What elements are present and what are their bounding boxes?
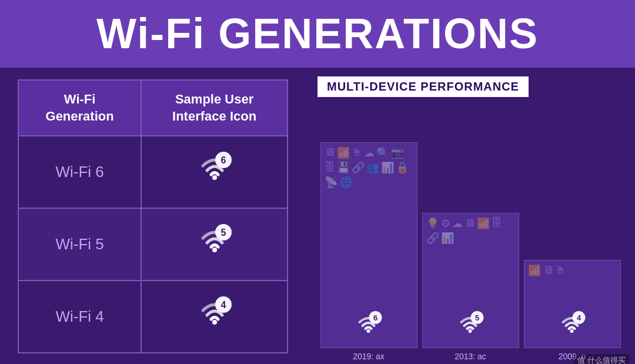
performance-chart: 🖥 📶 🖱 ☁ 🔍 📷 🗄 💾 🔗 👥 📊 🔒 📡 🌐 (317, 103, 623, 361)
icon-group: 👥 (366, 161, 379, 174)
watermark: 值 什么值得买 (574, 354, 629, 364)
wifi4-icon: 4 (194, 294, 235, 335)
svg-point-12 (469, 329, 472, 333)
bar-wifi5-svg: 5 (454, 309, 487, 342)
generation-label-4: Wi-Fi 4 (18, 280, 141, 353)
icon-globe: 🌐 (339, 176, 352, 189)
bar-wifi-badge-5: 5 (454, 309, 487, 344)
col-header-icon: Sample UserInterface Icon (141, 80, 288, 136)
wifi5-icon: 5 (194, 222, 235, 263)
icon-lightbulb: 💡 (426, 217, 439, 230)
wifi-icon-cell-4: 4 (141, 280, 288, 353)
right-panel: MULTI-DEVICE PERFORMANCE 🖥 📶 🖱 ☁ 🔍 📷 🗄 💾 (306, 68, 635, 364)
bar-wifi-badge-4: 4 (556, 309, 589, 344)
icon-signal2: 📶 (528, 264, 541, 277)
wifi6-icon: 6 (194, 149, 235, 191)
icon-database2: 🗄 (492, 217, 502, 230)
icon-server: 🗄 (325, 161, 335, 174)
svg-text:4: 4 (577, 313, 581, 322)
icon-chart2: 📊 (441, 232, 454, 245)
right-panel-title: MULTI-DEVICE PERFORMANCE (317, 76, 529, 97)
icon-wifi-signal: 📶 (337, 146, 350, 159)
icon-cursor: 🖱 (352, 146, 362, 159)
icon-gear: ⚙ (441, 217, 450, 230)
page-title: Wi-Fi GENERATIONS (18, 11, 617, 57)
svg-text:4: 4 (220, 300, 226, 310)
main-content: Wi-FiGeneration Sample UserInterface Ico… (0, 68, 635, 364)
icon-database: 💾 (337, 161, 350, 174)
wifi-icon-cell-5: 5 (141, 208, 288, 280)
table-row: Wi-Fi 6 (18, 136, 288, 208)
wifi-icon-cell-6: 6 (141, 136, 288, 208)
bar-4: 📶 🖥 🖱 4 (524, 260, 621, 348)
icon-cloud2: ☁ (452, 217, 463, 230)
icon-camera: 📷 (391, 146, 404, 159)
bar-wifi4-svg: 4 (556, 309, 589, 342)
icon-monitor2: 🖥 (543, 264, 553, 277)
svg-point-6 (212, 320, 217, 325)
bar-column-5: 💡 ⚙ ☁ 🖥 📶 🗄 🔗 📊 (422, 213, 519, 361)
icon-cloud: ☁ (364, 146, 375, 159)
page-header: Wi-Fi GENERATIONS (0, 0, 635, 68)
left-panel: Wi-FiGeneration Sample UserInterface Ico… (0, 68, 306, 364)
svg-point-3 (212, 248, 217, 252)
icon-network: 🔗 (352, 161, 365, 174)
table-row: Wi-Fi 5 5 (18, 208, 288, 280)
bar-column-4: 📶 🖥 🖱 4 (524, 260, 621, 361)
table-row: Wi-Fi 4 4 (18, 280, 288, 353)
bar-label-5: 2013: ac (454, 352, 486, 361)
icon-lock: 🔒 (396, 161, 409, 174)
icon-computer: 🖥 (325, 146, 335, 159)
icon-cursor2: 🖱 (555, 264, 566, 277)
bar-wifi6-svg: 6 (353, 309, 385, 342)
col-header-generation: Wi-FiGeneration (18, 80, 141, 136)
generation-label-5: Wi-Fi 5 (18, 208, 141, 280)
icon-antenna: 📡 (325, 176, 337, 189)
bar-label-6: 2019: ax (353, 352, 385, 361)
svg-text:5: 5 (475, 313, 479, 322)
icon-search: 🔍 (376, 146, 389, 159)
generation-label-6: Wi-Fi 6 (18, 136, 141, 208)
icon-network2: 🔗 (426, 232, 439, 245)
svg-text:6: 6 (220, 155, 226, 165)
svg-text:6: 6 (373, 313, 377, 322)
svg-point-15 (570, 329, 574, 333)
svg-point-0 (212, 175, 217, 180)
bar-6: 🖥 📶 🖱 ☁ 🔍 📷 🗄 💾 🔗 👥 📊 🔒 📡 🌐 (320, 142, 417, 348)
svg-point-9 (367, 329, 370, 333)
bar-wifi-badge-6: 6 (353, 309, 385, 344)
watermark-text: 值 什么值得买 (577, 356, 626, 364)
icon-monitor: 🖥 (464, 217, 475, 230)
icon-chart: 📊 (381, 161, 394, 174)
bar-column-6: 🖥 📶 🖱 ☁ 🔍 📷 🗄 💾 🔗 👥 📊 🔒 📡 🌐 (320, 142, 417, 361)
icon-signal: 📶 (477, 217, 490, 230)
svg-text:5: 5 (220, 228, 226, 238)
wifi-generations-table: Wi-FiGeneration Sample UserInterface Ico… (18, 79, 288, 353)
bar-5: 💡 ⚙ ☁ 🖥 📶 🗄 🔗 📊 (422, 213, 519, 348)
